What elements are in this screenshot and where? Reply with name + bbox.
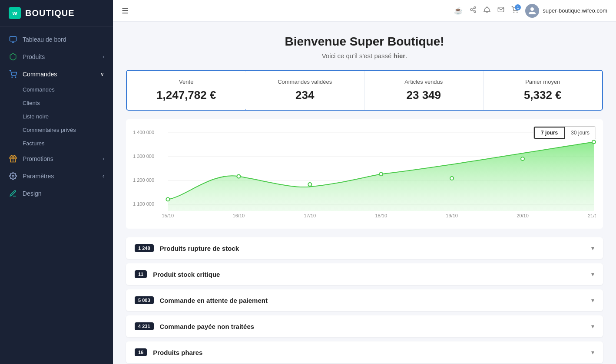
coffee-icon[interactable]: ☕ xyxy=(454,7,463,15)
accordion-item-3[interactable]: 4 231 Commande payée non traitées ▾ xyxy=(126,315,603,337)
accordion-badge-0: 1 248 xyxy=(135,244,154,252)
sidebar-label-design: Design xyxy=(23,190,42,197)
sidebar-item-tableau-de-bord[interactable]: Tableau de bord xyxy=(0,31,113,48)
accordion-list: 1 248 Produits rupture de stock ▾ 11 Pro… xyxy=(126,237,603,363)
chart-wrapper: 1 400 000 1 300 000 1 200 000 1 100 000 xyxy=(133,126,596,222)
sidebar-label-produits: Produits xyxy=(23,53,45,60)
svg-text:1 200 000: 1 200 000 xyxy=(133,177,154,183)
accordion-item-0[interactable]: 1 248 Produits rupture de stock ▾ xyxy=(126,237,603,259)
svg-point-24 xyxy=(237,175,240,178)
stat-label-commandes-validees: Commandes validées xyxy=(255,79,356,85)
svg-text:20/10: 20/10 xyxy=(517,213,529,218)
svg-rect-0 xyxy=(10,36,17,41)
welcome-subtitle: Voici ce qu'il s'est passé hier. xyxy=(126,52,603,59)
header-icons: ☕ xyxy=(454,6,518,15)
svg-text:16/10: 16/10 xyxy=(233,213,245,218)
header-user[interactable]: super-boutique.wifeo.com xyxy=(525,4,607,18)
sidebar-sub-item-liste-noire[interactable]: Liste noire xyxy=(23,110,113,123)
accordion-chevron-4: ▾ xyxy=(591,349,594,356)
sidebar-submenu-commandes: Commandes Clients Liste noire Commentair… xyxy=(0,83,113,150)
main-container: ☰ ☕ xyxy=(113,0,616,364)
svg-point-23 xyxy=(166,198,169,201)
gift-icon xyxy=(9,154,17,163)
sidebar-sub-item-commandes[interactable]: Commandes xyxy=(23,83,113,96)
sidebar-label-tableau-de-bord: Tableau de bord xyxy=(23,36,66,43)
svg-point-3 xyxy=(12,77,13,78)
chevron-right-icon: ‹ xyxy=(103,54,104,60)
logo-w-icon: w xyxy=(9,7,21,19)
sidebar-item-design[interactable]: Design xyxy=(0,185,113,202)
svg-point-28 xyxy=(521,157,524,161)
sidebar-sub-item-factures[interactable]: Factures xyxy=(23,137,113,150)
svg-text:19/10: 19/10 xyxy=(446,213,458,218)
chevron-down-icon: ∨ xyxy=(100,71,104,77)
sidebar-item-produits[interactable]: Produits ‹ xyxy=(0,48,113,66)
svg-text:1 300 000: 1 300 000 xyxy=(133,154,154,159)
app-title: BOUTIQUE xyxy=(25,8,75,18)
accordion-title-1: Produit stock critique xyxy=(153,271,591,278)
chevron-right-promotions-icon: ‹ xyxy=(103,156,104,162)
sidebar-item-commandes[interactable]: Commandes ∨ xyxy=(0,66,113,83)
accordion-badge-4: 16 xyxy=(135,348,147,356)
email-icon[interactable] xyxy=(497,6,504,15)
stats-grid: Vente 1,247,782 € Commandes validées 234… xyxy=(126,70,603,111)
svg-point-4 xyxy=(15,77,16,78)
accordion-badge-1: 11 xyxy=(135,270,147,278)
accordion-item-4[interactable]: 16 Produits phares ▾ xyxy=(126,341,603,363)
sidebar-label-promotions: Promotions xyxy=(23,155,53,162)
svg-point-27 xyxy=(450,177,454,180)
avatar xyxy=(525,4,539,18)
svg-point-26 xyxy=(379,172,383,176)
svg-point-25 xyxy=(308,183,311,186)
svg-text:15/10: 15/10 xyxy=(162,213,174,218)
chart-7-jours-button[interactable]: 7 jours xyxy=(534,127,565,139)
svg-text:1 100 000: 1 100 000 xyxy=(133,201,154,207)
stat-card-vente: Vente 1,247,782 € xyxy=(126,70,247,111)
sidebar-item-promotions[interactable]: Promotions ‹ xyxy=(0,150,113,167)
accordion-item-2[interactable]: 5 003 Commande en attente de paiement ▾ xyxy=(126,289,603,311)
menu-toggle-button[interactable]: ☰ xyxy=(122,6,129,16)
svg-point-9 xyxy=(470,9,472,10)
content: Bienvenue Super Boutique! Voici ce qu'il… xyxy=(113,22,616,364)
svg-point-14 xyxy=(517,12,517,12)
accordion-chevron-3: ▾ xyxy=(591,323,594,330)
accordion-title-0: Produits rupture de stock xyxy=(160,245,591,252)
svg-text:18/10: 18/10 xyxy=(375,213,387,218)
stat-value-articles: 23 349 xyxy=(373,89,474,102)
sidebar-sub-item-clients[interactable]: Clients xyxy=(23,96,113,110)
sidebar-label-commandes: Commandes xyxy=(23,71,57,78)
svg-point-10 xyxy=(474,11,476,13)
header: ☰ ☕ xyxy=(113,0,616,22)
accordion-chevron-2: ▾ xyxy=(591,297,594,304)
share-icon[interactable] xyxy=(470,6,477,15)
sidebar-label-parametres: Paramètres xyxy=(23,173,54,180)
accordion-chevron-0: ▾ xyxy=(591,245,594,252)
stat-label-vente: Vente xyxy=(136,79,237,85)
svg-line-11 xyxy=(472,10,474,11)
svg-text:1 400 000: 1 400 000 xyxy=(133,130,154,135)
accordion-badge-3: 4 231 xyxy=(135,322,154,330)
alert-icon[interactable] xyxy=(484,6,490,15)
monitor-icon xyxy=(9,35,17,44)
chart-period-controls: 7 jours 30 jours xyxy=(533,126,596,139)
svg-text:17/10: 17/10 xyxy=(304,213,316,218)
accordion-item-1[interactable]: 11 Produit stock critique ▾ xyxy=(126,263,603,285)
svg-point-7 xyxy=(12,175,14,177)
accordion-title-3: Commande payée non traitées xyxy=(160,323,591,330)
sidebar-logo: w BOUTIQUE xyxy=(0,0,113,26)
svg-point-29 xyxy=(592,140,596,144)
accordion-title-2: Commande en attente de paiement xyxy=(160,297,591,304)
svg-line-12 xyxy=(472,8,474,9)
svg-point-8 xyxy=(474,7,476,8)
accordion-title-4: Produits phares xyxy=(153,349,591,356)
stat-label-articles: Articles vendus xyxy=(373,79,474,85)
gear-icon xyxy=(9,172,17,180)
stat-value-panier: 5,332 € xyxy=(492,89,594,102)
sidebar-item-parametres[interactable]: Paramètres ‹ xyxy=(0,167,113,185)
sidebar-nav: Tableau de bord Produits ‹ Commandes ∨ xyxy=(0,26,113,364)
sidebar-sub-item-commentaires-prives[interactable]: Commentaires privés xyxy=(23,123,113,137)
sidebar: w BOUTIQUE Tableau de bord Produits ‹ xyxy=(0,0,113,364)
chart-30-jours-button[interactable]: 30 jours xyxy=(565,127,596,139)
stat-value-commandes-validees: 234 xyxy=(255,89,356,102)
cart-header-icon[interactable]: 1 xyxy=(511,6,518,15)
